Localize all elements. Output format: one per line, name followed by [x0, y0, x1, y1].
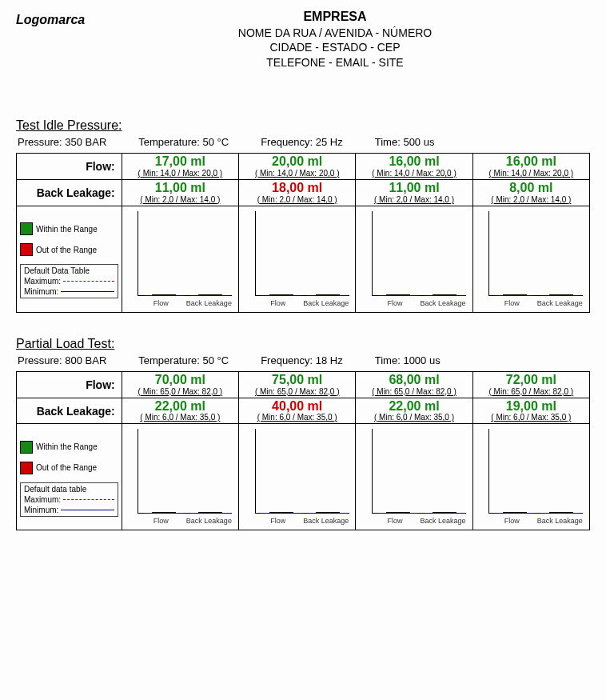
range-text: ( Min: 65,0 / Max: 82,0 ) [359, 387, 468, 396]
measured-value: 70,00 ml [126, 374, 235, 387]
legend-cell: Within the Range Out of the Range Defaul… [17, 424, 122, 530]
axis-label-flow: Flow [255, 517, 301, 525]
axis-label-back: Back Leakage [536, 517, 583, 525]
measured-value: 8,00 ml [476, 182, 586, 195]
legend-out: Out of the Range [36, 463, 97, 472]
range-text: ( Min: 6,0 / Max: 35,0 ) [359, 413, 468, 422]
value-cell: 22,00 ml ( Min: 6,0 / Max: 35,0 ) [122, 398, 238, 424]
row-label: Back Leakage: [17, 180, 122, 206]
row-label: Flow: [17, 371, 122, 398]
report-header: Logomarca EMPRESA NOME DA RUA / AVENIDA … [16, 8, 590, 70]
value-cell: 16,00 ml ( Min: 14,0 / Max: 20,0 ) [356, 154, 472, 180]
axis-label-flow: Flow [488, 517, 535, 525]
company-name: EMPRESA [176, 8, 494, 26]
range-text: ( Min: 65,0 / Max: 82,0 ) [242, 387, 352, 396]
swatch-within-icon [20, 441, 33, 454]
range-text: ( Min: 6,0 / Max: 35,0 ) [476, 413, 586, 422]
max-line-icon [63, 499, 114, 500]
legend-min: Minimum: [24, 506, 58, 514]
measured-value: 17,00 ml [126, 155, 235, 169]
value-cell: 20,00 ml ( Min: 14,0 / Max: 20,0 ) [239, 154, 356, 180]
section-title: Test Idle Pressure: [16, 118, 590, 133]
company-block: EMPRESA NOME DA RUA / AVENIDA - NÚMERO C… [176, 8, 494, 70]
legend-cell: Within the Range Out of the Range Defaul… [17, 206, 122, 312]
range-text: ( Min: 14,0 / Max: 20,0 ) [476, 169, 586, 178]
legend-out: Out of the Range [36, 246, 97, 254]
mini-bar-chart: Flow Back Leakage [479, 429, 583, 525]
axis-label-flow: Flow [255, 299, 301, 307]
param-temperature: Temperature: 50 °C [138, 354, 229, 366]
value-cell: 8,00 ml ( Min: 2,0 / Max: 14,0 ) [472, 180, 589, 206]
range-text: ( Min: 2,0 / Max: 14,0 ) [242, 195, 352, 204]
legend-within: Within the Range [36, 225, 98, 234]
value-cell: 22,00 ml ( Min: 6,0 / Max: 35,0 ) [356, 398, 472, 424]
param-time: Time: 500 us [375, 136, 435, 148]
measured-value: 75,00 ml [242, 374, 352, 387]
value-cell: 70,00 ml ( Min: 65,0 / Max: 82,0 ) [122, 371, 238, 398]
legend-within: Within the Range [36, 442, 98, 451]
param-frequency: Frequency: 18 Hz [261, 354, 343, 366]
section-params: Pressure: 350 BAR Temperature: 50 °C Fre… [18, 136, 588, 148]
mini-bar-chart: Flow Back Leakage [128, 429, 232, 525]
range-text: ( Min: 14,0 / Max: 20,0 ) [126, 169, 235, 178]
chart-cell: Flow Back Leakage [122, 206, 238, 312]
measured-value: 18,00 ml [242, 182, 352, 195]
mini-bar-chart: Flow Back Leakage [479, 211, 583, 307]
axis-label-flow: Flow [372, 517, 418, 525]
min-line-icon [61, 291, 114, 292]
mini-bar-chart: Flow Back Leakage [128, 211, 232, 307]
param-frequency: Frequency: 25 Hz [261, 136, 343, 148]
axis-label-back: Back Leakage [420, 299, 466, 307]
value-cell: 16,00 ml ( Min: 14,0 / Max: 20,0 ) [472, 154, 589, 180]
axis-label-back: Back Leakage [303, 517, 349, 525]
swatch-within-icon [20, 222, 33, 235]
row-label: Flow: [17, 154, 122, 180]
value-cell: 75,00 ml ( Min: 65,0 / Max: 82,0 ) [239, 371, 356, 398]
value-cell: 72,00 ml ( Min: 65,0 / Max: 82,0 ) [472, 371, 589, 398]
max-line-icon [63, 281, 114, 282]
min-line-icon [61, 510, 114, 510]
measured-value: 22,00 ml [359, 400, 468, 414]
test-section-idle: Test Idle Pressure: Pressure: 350 BAR Te… [16, 118, 590, 313]
legend-max: Maximum: [24, 495, 61, 504]
axis-label-flow: Flow [488, 299, 535, 307]
measured-value: 20,00 ml [242, 155, 352, 169]
legend-table-title: Default data table [24, 485, 114, 494]
value-cell: 19,00 ml ( Min: 6,0 / Max: 35,0 ) [472, 398, 589, 424]
swatch-out-icon [20, 462, 33, 474]
param-temperature: Temperature: 50 °C [138, 136, 229, 148]
legend-data-table: Default data table Maximum: Minimum: [20, 482, 118, 517]
company-contact: TELEFONE - EMAIL - SITE [176, 55, 494, 70]
measured-value: 16,00 ml [476, 155, 586, 169]
axis-label-back: Back Leakage [185, 299, 232, 307]
mini-bar-chart: Flow Back Leakage [245, 211, 349, 307]
measured-value: 72,00 ml [476, 374, 586, 387]
range-text: ( Min: 2,0 / Max: 14,0 ) [359, 195, 468, 204]
row-label: Back Leakage: [17, 398, 122, 424]
axis-label-flow: Flow [372, 299, 418, 307]
chart-cell: Flow Back Leakage [239, 424, 356, 530]
range-text: ( Min: 6,0 / Max: 35,0 ) [242, 413, 352, 422]
results-table: Flow: 17,00 ml ( Min: 14,0 / Max: 20,0 )… [16, 153, 590, 313]
param-time: Time: 1000 us [375, 354, 441, 366]
range-text: ( Min: 14,0 / Max: 20,0 ) [242, 169, 352, 178]
param-pressure: Pressure: 800 BAR [18, 354, 106, 366]
range-text: ( Min: 65,0 / Max: 82,0 ) [476, 387, 586, 396]
range-text: ( Min: 65,0 / Max: 82,0 ) [126, 387, 235, 396]
measured-value: 19,00 ml [476, 400, 586, 414]
company-address1: NOME DA RUA / AVENIDA - NÚMERO [176, 26, 494, 41]
company-address2: CIDADE - ESTADO - CEP [176, 40, 494, 55]
axis-label-back: Back Leakage [536, 299, 583, 307]
measured-value: 11,00 ml [359, 182, 468, 195]
chart-cell: Flow Back Leakage [472, 424, 589, 530]
range-text: ( Min: 2,0 / Max: 14,0 ) [476, 195, 586, 204]
value-cell: 11,00 ml ( Min: 2,0 / Max: 14,0 ) [356, 180, 472, 206]
axis-label-back: Back Leakage [420, 517, 466, 525]
axis-label-back: Back Leakage [303, 299, 349, 307]
axis-label-back: Back Leakage [185, 517, 232, 525]
legend-table-title: Default Data Table [24, 266, 114, 275]
test-section-partial: Partial Load Test: Pressure: 800 BAR Tem… [16, 337, 590, 531]
value-cell: 68,00 ml ( Min: 65,0 / Max: 82,0 ) [356, 371, 472, 398]
value-cell: 11,00 ml ( Min: 2,0 / Max: 14,0 ) [122, 180, 238, 206]
measured-value: 40,00 ml [242, 400, 352, 414]
